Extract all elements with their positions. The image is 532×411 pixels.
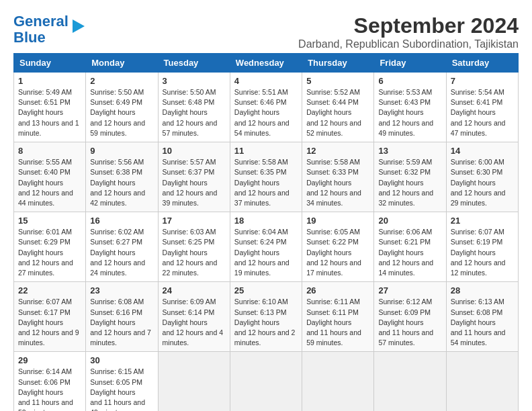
- day-info: Sunrise: 5:55 AM Sunset: 6:40 PM Dayligh…: [18, 157, 81, 208]
- calendar-title: September 2024: [298, 13, 519, 38]
- svg-marker-0: [73, 19, 85, 33]
- calendar-day-cell: 2 Sunrise: 5:50 AM Sunset: 6:49 PM Dayli…: [86, 73, 158, 142]
- calendar-day-cell: 30 Sunrise: 6:15 AM Sunset: 6:05 PM Dayl…: [86, 352, 158, 411]
- calendar-header-row: SundayMondayTuesdayWednesdayThursdayFrid…: [14, 54, 519, 73]
- day-info: Sunrise: 5:58 AM Sunset: 6:35 PM Dayligh…: [234, 157, 298, 208]
- calendar-day-cell: 27 Sunrise: 6:12 AM Sunset: 6:09 PM Dayl…: [374, 282, 446, 352]
- day-info: Sunrise: 6:03 AM Sunset: 6:25 PM Dayligh…: [163, 227, 226, 278]
- day-info: Sunrise: 5:58 AM Sunset: 6:33 PM Dayligh…: [306, 157, 369, 208]
- calendar-day-cell: 7 Sunrise: 5:54 AM Sunset: 6:41 PM Dayli…: [446, 73, 518, 142]
- calendar-day-cell: 3 Sunrise: 5:50 AM Sunset: 6:48 PM Dayli…: [158, 73, 230, 142]
- calendar-day-cell: 28 Sunrise: 6:13 AM Sunset: 6:08 PM Dayl…: [446, 282, 518, 352]
- day-info: Sunrise: 6:02 AM Sunset: 6:27 PM Dayligh…: [90, 227, 153, 278]
- calendar-day-cell: 15 Sunrise: 6:01 AM Sunset: 6:29 PM Dayl…: [14, 212, 86, 282]
- day-number: 28: [451, 285, 514, 295]
- day-number: 23: [90, 285, 153, 295]
- calendar-day-cell: 1 Sunrise: 5:49 AM Sunset: 6:51 PM Dayli…: [14, 73, 86, 142]
- day-number: 15: [18, 216, 81, 226]
- day-info: Sunrise: 6:09 AM Sunset: 6:14 PM Dayligh…: [163, 297, 226, 348]
- page-header: GeneralBlue September 2024 Darband, Repu…: [13, 13, 519, 50]
- calendar-day-cell: [374, 352, 446, 411]
- day-info: Sunrise: 5:56 AM Sunset: 6:38 PM Dayligh…: [90, 157, 153, 208]
- calendar-table: SundayMondayTuesdayWednesdayThursdayFrid…: [13, 53, 519, 411]
- calendar-day-cell: 20 Sunrise: 6:06 AM Sunset: 6:21 PM Dayl…: [374, 212, 446, 282]
- day-number: 3: [163, 76, 226, 86]
- day-info: Sunrise: 6:13 AM Sunset: 6:08 PM Dayligh…: [451, 297, 514, 348]
- day-info: Sunrise: 5:50 AM Sunset: 6:48 PM Dayligh…: [163, 87, 226, 138]
- day-info: Sunrise: 5:52 AM Sunset: 6:44 PM Dayligh…: [306, 87, 369, 138]
- day-number: 9: [90, 146, 153, 156]
- calendar-day-cell: 29 Sunrise: 6:14 AM Sunset: 6:06 PM Dayl…: [14, 352, 86, 411]
- day-info: Sunrise: 6:04 AM Sunset: 6:24 PM Dayligh…: [234, 227, 298, 278]
- day-number: 21: [451, 216, 514, 226]
- day-number: 11: [234, 146, 298, 156]
- day-number: 14: [451, 146, 514, 156]
- calendar-day-cell: 25 Sunrise: 6:10 AM Sunset: 6:13 PM Dayl…: [230, 282, 302, 352]
- calendar-day-cell: 21 Sunrise: 6:07 AM Sunset: 6:19 PM Dayl…: [446, 212, 518, 282]
- calendar-day-cell: 23 Sunrise: 6:08 AM Sunset: 6:16 PM Dayl…: [86, 282, 158, 352]
- calendar-day-cell: 17 Sunrise: 6:03 AM Sunset: 6:25 PM Dayl…: [158, 212, 230, 282]
- day-info: Sunrise: 6:01 AM Sunset: 6:29 PM Dayligh…: [18, 227, 81, 278]
- calendar-day-cell: 14 Sunrise: 6:00 AM Sunset: 6:30 PM Dayl…: [446, 142, 518, 212]
- calendar-day-cell: 8 Sunrise: 5:55 AM Sunset: 6:40 PM Dayli…: [14, 142, 86, 212]
- day-number: 5: [306, 76, 369, 86]
- day-number: 30: [90, 355, 153, 365]
- calendar-day-cell: [446, 352, 518, 411]
- day-number: 26: [306, 285, 369, 295]
- day-info: Sunrise: 6:05 AM Sunset: 6:22 PM Dayligh…: [306, 227, 369, 278]
- day-info: Sunrise: 6:15 AM Sunset: 6:05 PM Dayligh…: [90, 367, 153, 411]
- calendar-day-cell: 22 Sunrise: 6:07 AM Sunset: 6:17 PM Dayl…: [14, 282, 86, 352]
- calendar-week-row: 1 Sunrise: 5:49 AM Sunset: 6:51 PM Dayli…: [14, 73, 519, 142]
- logo-arrow-icon: [71, 17, 86, 36]
- day-number: 12: [306, 146, 369, 156]
- calendar-subtitle: Darband, Republican Subordination, Tajik…: [298, 38, 519, 50]
- day-number: 25: [234, 285, 298, 295]
- day-info: Sunrise: 6:07 AM Sunset: 6:17 PM Dayligh…: [18, 297, 81, 348]
- day-info: Sunrise: 6:12 AM Sunset: 6:09 PM Dayligh…: [378, 297, 441, 348]
- logo-text: GeneralBlue: [13, 13, 69, 46]
- day-info: Sunrise: 5:57 AM Sunset: 6:37 PM Dayligh…: [163, 157, 226, 208]
- day-info: Sunrise: 6:07 AM Sunset: 6:19 PM Dayligh…: [451, 227, 514, 278]
- day-info: Sunrise: 6:08 AM Sunset: 6:16 PM Dayligh…: [90, 297, 153, 348]
- day-number: 10: [163, 146, 226, 156]
- day-number: 17: [163, 216, 226, 226]
- day-number: 2: [90, 76, 153, 86]
- weekday-header-wednesday: Wednesday: [230, 54, 302, 73]
- weekday-header-tuesday: Tuesday: [158, 54, 230, 73]
- calendar-day-cell: [302, 352, 374, 411]
- day-number: 4: [234, 76, 298, 86]
- day-info: Sunrise: 6:00 AM Sunset: 6:30 PM Dayligh…: [451, 157, 514, 208]
- day-info: Sunrise: 6:10 AM Sunset: 6:13 PM Dayligh…: [234, 297, 298, 348]
- calendar-day-cell: 18 Sunrise: 6:04 AM Sunset: 6:24 PM Dayl…: [230, 212, 302, 282]
- weekday-header-saturday: Saturday: [446, 54, 518, 73]
- day-number: 29: [18, 355, 81, 365]
- calendar-day-cell: 16 Sunrise: 6:02 AM Sunset: 6:27 PM Dayl…: [86, 212, 158, 282]
- day-info: Sunrise: 6:14 AM Sunset: 6:06 PM Dayligh…: [18, 367, 81, 411]
- calendar-day-cell: 19 Sunrise: 6:05 AM Sunset: 6:22 PM Dayl…: [302, 212, 374, 282]
- day-info: Sunrise: 5:59 AM Sunset: 6:32 PM Dayligh…: [378, 157, 441, 208]
- calendar-week-row: 22 Sunrise: 6:07 AM Sunset: 6:17 PM Dayl…: [14, 282, 519, 352]
- day-number: 18: [234, 216, 298, 226]
- day-number: 1: [18, 76, 81, 86]
- day-number: 22: [18, 285, 81, 295]
- day-info: Sunrise: 5:54 AM Sunset: 6:41 PM Dayligh…: [451, 87, 514, 138]
- day-info: Sunrise: 6:06 AM Sunset: 6:21 PM Dayligh…: [378, 227, 441, 278]
- calendar-week-row: 15 Sunrise: 6:01 AM Sunset: 6:29 PM Dayl…: [14, 212, 519, 282]
- day-number: 13: [378, 146, 441, 156]
- calendar-week-row: 8 Sunrise: 5:55 AM Sunset: 6:40 PM Dayli…: [14, 142, 519, 212]
- calendar-day-cell: 6 Sunrise: 5:53 AM Sunset: 6:43 PM Dayli…: [374, 73, 446, 142]
- weekday-header-friday: Friday: [374, 54, 446, 73]
- day-info: Sunrise: 5:51 AM Sunset: 6:46 PM Dayligh…: [234, 87, 298, 138]
- calendar-day-cell: 5 Sunrise: 5:52 AM Sunset: 6:44 PM Dayli…: [302, 73, 374, 142]
- calendar-day-cell: 10 Sunrise: 5:57 AM Sunset: 6:37 PM Dayl…: [158, 142, 230, 212]
- day-number: 6: [378, 76, 441, 86]
- calendar-week-row: 29 Sunrise: 6:14 AM Sunset: 6:06 PM Dayl…: [14, 352, 519, 411]
- calendar-day-cell: 12 Sunrise: 5:58 AM Sunset: 6:33 PM Dayl…: [302, 142, 374, 212]
- day-info: Sunrise: 6:11 AM Sunset: 6:11 PM Dayligh…: [306, 297, 369, 348]
- weekday-header-thursday: Thursday: [302, 54, 374, 73]
- calendar-day-cell: [230, 352, 302, 411]
- calendar-day-cell: 9 Sunrise: 5:56 AM Sunset: 6:38 PM Dayli…: [86, 142, 158, 212]
- weekday-header-sunday: Sunday: [14, 54, 86, 73]
- day-number: 7: [451, 76, 514, 86]
- title-section: September 2024 Darband, Republican Subor…: [298, 13, 519, 50]
